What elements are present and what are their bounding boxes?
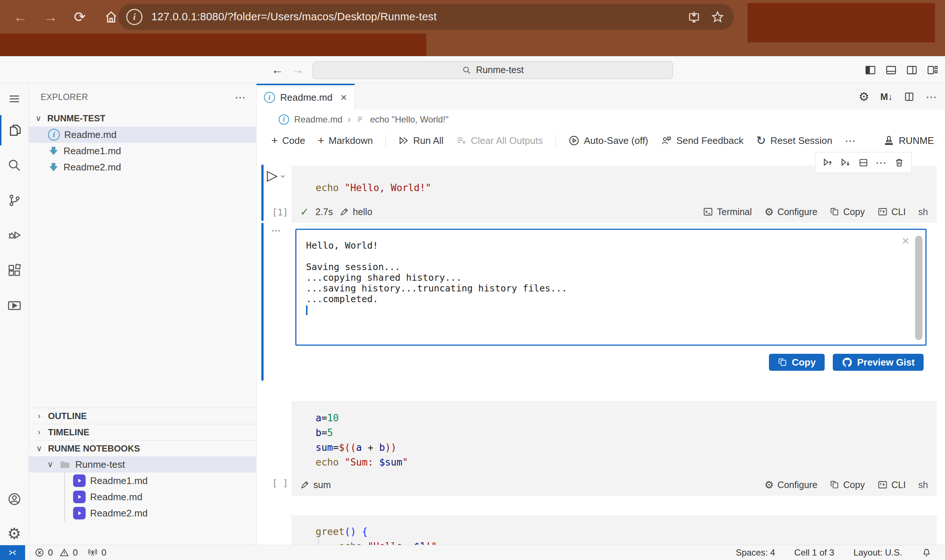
terminal-output[interactable]: Hello, World! Saving session... ...copyi…	[295, 229, 927, 346]
auto-save-button[interactable]: Auto-Save (off)	[569, 135, 648, 146]
toolbar-more-icon[interactable]: ⋯	[845, 134, 857, 147]
notifications-bell-icon[interactable]	[921, 548, 932, 558]
problems-indicator[interactable]: 0 0	[35, 548, 78, 558]
error-count: 0	[48, 548, 53, 558]
address-bar[interactable]: i 127.0.0.1:8080/?folder=/Users/macos/De…	[118, 4, 734, 30]
language-label[interactable]: sh	[919, 480, 928, 490]
file-row-readme2[interactable]: Readme2.md	[29, 159, 256, 175]
cell-name[interactable]: sum	[300, 480, 331, 490]
layout-indicator[interactable]: Layout: U.S.	[854, 548, 902, 558]
history-back-icon[interactable]: ←	[271, 63, 283, 77]
file-label: Readme.md	[64, 129, 117, 140]
list-icon	[356, 115, 365, 124]
ports-indicator[interactable]: 0	[88, 548, 106, 558]
code-cell-3[interactable]: greet() { echo "Hello, $1!"	[291, 515, 937, 545]
customize-layout-icon[interactable]	[927, 64, 938, 76]
history-forward-icon[interactable]: →	[292, 63, 304, 77]
section-timeline[interactable]: › TIMELINE	[29, 424, 256, 440]
search-icon[interactable]	[0, 150, 28, 180]
split-editor-icon[interactable]	[903, 91, 915, 102]
menu-hamburger-icon[interactable]	[0, 84, 28, 114]
runme-panel-icon[interactable]	[0, 290, 28, 321]
folder-label: Runme-test	[75, 459, 125, 470]
split-cell-icon[interactable]	[858, 157, 869, 168]
output-more-icon[interactable]: ⋯	[271, 225, 282, 237]
install-app-icon[interactable]	[688, 10, 701, 24]
configure-action[interactable]: ⚙ Configure	[765, 479, 818, 491]
browser-forward-icon[interactable]: →	[43, 10, 58, 24]
copy-action[interactable]: Copy	[830, 206, 865, 217]
editor-more-icon[interactable]: ⋯	[926, 91, 937, 103]
execute-below-icon[interactable]	[840, 157, 851, 168]
tab-readme[interactable]: i Readme.md ×	[257, 84, 355, 109]
run-all-button[interactable]: Run All	[398, 135, 443, 146]
cli-action[interactable]: CLI	[877, 206, 906, 217]
send-feedback-button[interactable]: Send Feedback	[661, 135, 743, 146]
notebook-row-readme2[interactable]: Readme2.md	[65, 505, 256, 521]
code-cell-1[interactable]: echo "Hello, World!" ✓ 2.7s hello Termin…	[291, 166, 937, 223]
explorer-icon[interactable]	[0, 115, 28, 145]
configure-action[interactable]: ⚙ Configure	[765, 206, 818, 218]
close-output-icon[interactable]: ×	[902, 234, 909, 248]
copy-action[interactable]: Copy	[830, 480, 865, 490]
success-check-icon: ✓	[300, 206, 308, 218]
notebook-row-readme1[interactable]: Readme1.md	[65, 472, 256, 489]
notebook-settings-gear-icon[interactable]: ⚙	[859, 90, 869, 104]
command-center-search[interactable]: Runme-test	[313, 61, 673, 79]
cell-indicator[interactable]: Cell 1 of 3	[794, 548, 834, 558]
section-outline[interactable]: › OUTLINE	[29, 408, 256, 424]
preview-gist-button[interactable]: Preview Gist	[833, 354, 923, 371]
toggle-panel-icon[interactable]	[885, 64, 897, 76]
execution-count: [1]	[272, 207, 288, 218]
notebook-label: Readme.md	[90, 491, 142, 503]
execute-above-icon[interactable]	[822, 157, 834, 168]
run-debug-icon[interactable]	[0, 220, 28, 251]
section-runme-notebooks[interactable]: ∨ RUNME NOTEBOOKS	[29, 440, 256, 456]
notebooks-folder-row[interactable]: ∨ Runme-test	[29, 456, 256, 472]
clear-outputs-button[interactable]: Clear All Outputs	[456, 135, 543, 146]
site-info-icon[interactable]: i	[126, 9, 142, 25]
code-cell-2[interactable]: a=10 b=5 sum=$((a + b)) echo "Sum: $sum"…	[291, 401, 937, 496]
spaces-indicator[interactable]: Spaces: 4	[736, 548, 775, 558]
url-text[interactable]: 127.0.0.1:8080/?folder=/Users/macos/Desk…	[151, 11, 437, 23]
cell-name[interactable]: hello	[340, 206, 373, 217]
file-row-readme1[interactable]: Readme1.md	[29, 143, 256, 159]
notebook-row-readme[interactable]: Readme.md	[65, 489, 256, 505]
status-bar: 0 0 0 Spaces: 4 Cell 1 of 3 Layout: U.S.	[0, 545, 945, 560]
section-label: OUTLINE	[48, 411, 87, 421]
account-icon[interactable]	[0, 484, 28, 514]
copy-button[interactable]: Copy	[769, 354, 825, 371]
breadcrumb-cell[interactable]: echo "Hello, World!"	[370, 114, 449, 125]
remote-indicator[interactable]	[0, 545, 25, 560]
settings-gear-icon[interactable]: ⚙	[0, 518, 28, 549]
delete-cell-icon[interactable]	[894, 157, 904, 168]
explorer-sidebar: EXPLORER ⋯ ∨ RUNME-TEST i Readme.md Read…	[29, 84, 257, 545]
file-row-readme[interactable]: i Readme.md	[29, 126, 256, 143]
notebook-label: Readme1.md	[90, 475, 148, 486]
output-line: Saving session...	[306, 262, 925, 272]
cli-action[interactable]: CLI	[877, 480, 906, 490]
bookmark-star-icon[interactable]	[711, 10, 724, 24]
browser-back-icon[interactable]: ←	[13, 10, 27, 24]
chevron-down-icon: ∨	[35, 444, 43, 453]
browser-reload-icon[interactable]: ⟳	[74, 10, 86, 24]
breadcrumb-file[interactable]: Readme.md	[294, 114, 342, 125]
markdown-preview-icon[interactable]: M↓	[880, 91, 893, 102]
add-markdown-button[interactable]: +Markdown	[318, 134, 373, 147]
runme-play-icon	[73, 491, 86, 503]
tree-root-runme-test[interactable]: ∨ RUNME-TEST	[29, 110, 256, 126]
extensions-icon[interactable]	[0, 255, 28, 286]
output-scrollbar[interactable]	[915, 236, 922, 340]
tab-close-icon[interactable]: ×	[340, 91, 347, 104]
language-label[interactable]: sh	[919, 206, 928, 217]
run-cell-button[interactable]: ▷	[267, 168, 287, 182]
toggle-secondary-sidebar-icon[interactable]	[906, 64, 918, 76]
explorer-more-icon[interactable]: ⋯	[235, 91, 247, 104]
reset-session-button[interactable]: ↻ Reset Session	[756, 134, 832, 148]
toggle-sidebar-icon[interactable]	[865, 64, 876, 76]
terminal-action[interactable]: Terminal	[703, 206, 752, 217]
browser-home-icon[interactable]	[104, 10, 118, 24]
source-control-icon[interactable]	[0, 185, 28, 215]
add-code-button[interactable]: +Code	[271, 134, 305, 147]
cell-more-icon[interactable]: ⋯	[876, 156, 887, 169]
